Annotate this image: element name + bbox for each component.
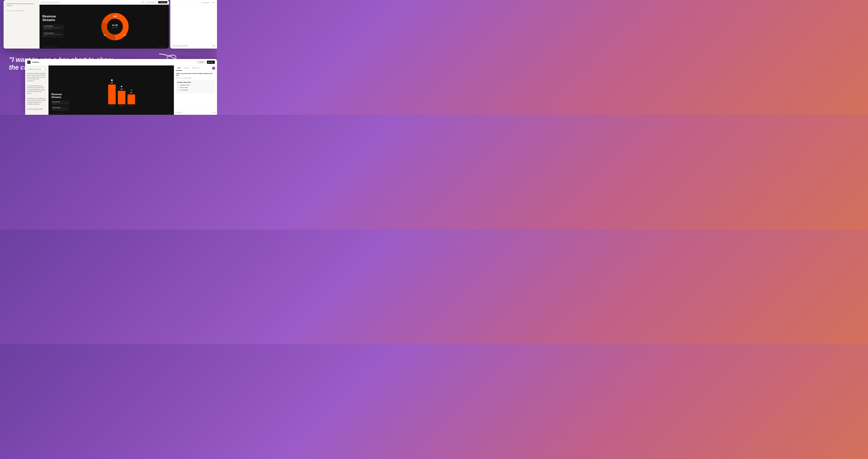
slide-card-2-desc: Subscription-based revenue driving consi… xyxy=(44,34,63,36)
send-button-top[interactable]: Send xyxy=(212,45,215,47)
bar-2-icon: 💬 xyxy=(121,86,123,87)
segment-label-30: 30% xyxy=(103,34,106,36)
slide-title: Revenue Streams xyxy=(42,15,64,22)
story-item-1: ✓ Engaging visuals xyxy=(177,84,214,86)
add-to-chat-button[interactable]: + Add to Chat xyxy=(158,1,167,3)
story-item-3-text: Trend insights xyxy=(180,89,188,91)
bar-2-label: 30% xyxy=(120,88,123,90)
trash-icon: 🗑 xyxy=(142,2,143,3)
bottom-window-header: CubeOne ↗ Share ▶ Play xyxy=(25,59,217,65)
copy-data-top-btn[interactable]: 📋 Copy Data xyxy=(202,2,209,3)
undo-top-btn[interactable]: ↩ Undo xyxy=(211,2,215,3)
story-item-2: ✓ Data evolution xyxy=(177,87,214,88)
section-label: Section: Revenue Composition Pe... xyxy=(41,2,61,3)
play-icon: ▶ xyxy=(209,61,210,63)
story-item-2-text: Data evolution xyxy=(180,87,188,88)
story-check-1: ✓ xyxy=(177,84,179,86)
story-item-3: ✓ Trend insights xyxy=(177,89,214,91)
chat-tabs: CHAT VERSION BACKDOOR xyxy=(174,65,217,71)
ai-response-label: Here is your LivePage design: xyxy=(176,77,215,79)
donut-chart-area: $1.2M Total Revenue 50% 30% 20% xyxy=(64,12,166,41)
undo-bottom-btn[interactable]: ↩ Undo xyxy=(212,112,216,113)
svg-point-3 xyxy=(107,19,123,34)
bar-group-20: 🔗 20% Category C xyxy=(128,89,135,107)
user-avatar xyxy=(212,66,215,70)
slide-footer: ©2024 Numerant. All Rights Reserved. Inv… xyxy=(42,47,166,48)
bar-2-bottom: Category B xyxy=(119,106,124,107)
chevron-down-icon: ▾ xyxy=(44,68,45,70)
donut-chart-wrapper: $1.2M Total Revenue 50% 30% 20% xyxy=(101,12,129,41)
bar-group-50: 📊 50% Category A xyxy=(108,80,116,107)
sidebar-date-text: ©2024 Numerant. All Rights Reserved. xyxy=(6,10,37,11)
chat-messages: I want to use a bar chart to show the ch… xyxy=(174,71,217,110)
bottom-chat-panel: CHAT VERSION BACKDOOR I want to use a ba… xyxy=(174,65,217,115)
bar-chart: 📊 50% Category A 💬 30% Category B xyxy=(72,77,171,112)
bottom-footer-right: Investor Deck - 07 xyxy=(165,113,171,114)
bottom-slide-card-2-desc: Subscription-based revenue driving consi… xyxy=(53,108,68,110)
response-card: Dynamic Data Story ✓ Engaging visuals ✓ … xyxy=(176,80,215,93)
sidebar-paragraph-1: Hey everyone, thanks for being here toda… xyxy=(27,73,46,82)
play-button[interactable]: ▶ Play xyxy=(207,60,215,64)
toolbar-buttons: 🗑 🔗 Link Pie Chart + Add to Chat xyxy=(141,1,167,3)
undo-icon-small: ↩ xyxy=(212,112,213,113)
bottom-slide-card-2-title: Growth Foundation xyxy=(53,107,68,108)
story-check-3: ✓ xyxy=(177,89,179,91)
bottom-slide-footer: ©2024 Numerant. All Rights Reserved. Inv… xyxy=(51,113,171,114)
bottom-slide-title: Revenue Streams xyxy=(51,93,69,98)
slide-card-2: Growth Foundation Subscription-based rev… xyxy=(42,31,64,37)
footer-left: ©2024 Numerant. All Rights Reserved. xyxy=(42,47,58,48)
bar-1-rect xyxy=(108,85,116,104)
share-button[interactable]: ↗ Share xyxy=(196,61,205,64)
user-message: I want to use a bar chart to show the ch… xyxy=(176,73,215,76)
bar-1-icon: 📊 xyxy=(111,80,113,81)
bottom-sidebar: Investor Deck Cover ▾ Hey everyone, than… xyxy=(25,65,49,115)
bar-1-label: 50% xyxy=(111,82,113,83)
tab-version[interactable]: VERSION xyxy=(182,65,191,71)
tab-chat[interactable]: CHAT xyxy=(176,65,182,71)
chat-body-top xyxy=(170,5,217,43)
copy-data-bottom-btn[interactable]: 📋 Copy Data xyxy=(176,112,182,113)
top-window: Multiple stable income sources ensuring … xyxy=(4,0,169,49)
footer-right: Investor Deck - 07 xyxy=(159,47,166,48)
bar-3-bottom: Category C xyxy=(129,106,133,107)
bottom-footer-left: ©2024 Numerant. All Rights Reserved. xyxy=(51,113,64,114)
bottom-slide-left: Revenue Streams Diversified Model Multip… xyxy=(51,93,69,112)
copy-icon: 📋 xyxy=(202,2,203,3)
slide-card-2-title: Growth Foundation xyxy=(44,33,63,34)
trash-button[interactable]: 🗑 xyxy=(141,1,145,3)
sidebar-paragraph-4: Date and copyright information xyxy=(27,108,46,110)
bar-2-rect xyxy=(118,91,125,104)
cube-icon xyxy=(28,61,30,63)
slide-card-1-desc: Multiple stable income sources ensuring … xyxy=(44,27,63,29)
tab-backdoor[interactable]: BACKDOOR xyxy=(191,65,200,71)
undo-icon: ↩ xyxy=(211,2,212,3)
bottom-slide-card-1-desc: Multiple stable income sources ensuring … xyxy=(53,103,68,104)
plus-icon: + xyxy=(159,2,160,3)
copy-icon-small: 📋 xyxy=(176,112,177,113)
slide-card-1-title: Diversified Model xyxy=(44,26,63,27)
bar-3-rect xyxy=(128,94,135,104)
bottom-slide-card-1: Diversified Model Multiple stable income… xyxy=(51,101,69,105)
chat-panel-top-icons: 📋 Copy Data ↩ Undo xyxy=(170,0,217,5)
sidebar-dropdown[interactable]: Investor Deck Cover ▾ xyxy=(27,68,46,71)
link-pie-chart-button[interactable]: 🔗 Link Pie Chart xyxy=(146,1,157,3)
slide-content: Revenue Streams Diversified Model Multip… xyxy=(39,5,169,49)
bottom-window-body: Investor Deck Cover ▾ Hey everyone, than… xyxy=(25,65,217,115)
sidebar-intro-text: Multiple stable income sources ensuring … xyxy=(6,3,37,7)
bar-3-icon: 🔗 xyxy=(130,89,132,91)
top-window-sidebar: Multiple stable income sources ensuring … xyxy=(4,0,39,49)
segment-label-50: 50% xyxy=(113,16,117,18)
slide-card-1: Diversified Model Multiple stable income… xyxy=(42,25,64,30)
svg-text:Total Revenue: Total Revenue xyxy=(112,27,118,28)
app-name: CubeOne xyxy=(32,61,39,63)
bottom-window: CubeOne ↗ Share ▶ Play Investor Deck Cov… xyxy=(25,59,217,115)
chat-panel-top: 📋 Copy Data ↩ Undo Send xyxy=(170,0,217,49)
slide-toolbar: Section: Revenue Composition Pe... 🗑 🔗 L… xyxy=(39,0,169,5)
link-icon: 🔗 xyxy=(147,2,148,3)
bar-group-30: 💬 30% Category B xyxy=(118,86,125,107)
svg-text:$1.2M: $1.2M xyxy=(112,24,118,26)
chat-input-top[interactable] xyxy=(172,45,212,47)
response-card-title: Dynamic Data Story xyxy=(177,82,214,83)
app-logo xyxy=(27,61,31,64)
share-icon: ↗ xyxy=(198,61,199,63)
